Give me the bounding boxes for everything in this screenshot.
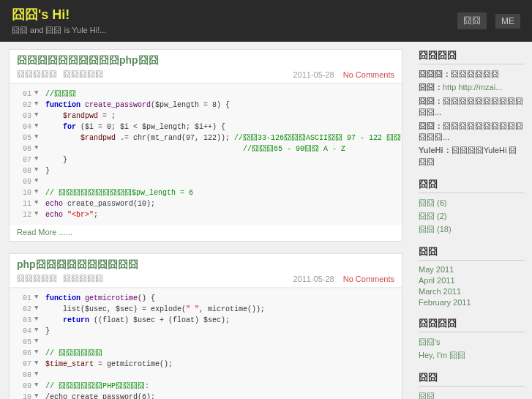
sidebar-archives: 囧囧 May 2011 April 2011 March 2011 Februa… bbox=[419, 245, 525, 307]
sidebar-cat-3: 囧囧 (18) bbox=[419, 224, 525, 235]
post-2-category[interactable]: 囧囧囧囧囧 bbox=[17, 273, 57, 284]
header-nav: 囧囧 ME bbox=[457, 12, 520, 29]
sidebar-about: 囧囧囧囧 囧囧囧：囧囧囧囧囧囧 囧囧：http http://mzai... 囧… bbox=[419, 49, 525, 168]
sidebar-about-desc1: 囧囧：囧囧囧囧囧囧囧囧囧囧囧囧... bbox=[419, 96, 525, 119]
blogroll-1-link[interactable]: 囧囧's bbox=[419, 338, 441, 346]
sidebar: 囧囧囧囧 囧囧囧：囧囧囧囧囧囧 囧囧：http http://mzai... 囧… bbox=[411, 42, 532, 399]
post-2-title[interactable]: php囧囧囧囧囧囧囧囧囧囧 bbox=[17, 258, 138, 270]
archive-april-link[interactable]: April 2011 bbox=[419, 276, 455, 285]
sidebar-about-name: 囧囧囧：囧囧囧囧囧囧 bbox=[419, 69, 525, 80]
post-2-code: 01▼function getmicrotime() { 02▼ list($u… bbox=[10, 288, 402, 399]
post-1-meta: 囧囧囧囧囧 囧囧囧囧囧 2011-05-28 No Comments bbox=[17, 69, 394, 80]
sidebar-blogroll-title: 囧囧囧囧 bbox=[419, 317, 525, 332]
sidebar-cat-2: 囧囧 (2) bbox=[419, 211, 525, 222]
post-2: php囧囧囧囧囧囧囧囧囧囧 囧囧囧囧囧 囧囧囧囧囧 2011-05-28 No … bbox=[9, 253, 402, 399]
post-1-title[interactable]: 囧囧囧囧囧囧囧囧囧囧php囧囧 bbox=[17, 54, 159, 66]
post-2-comments[interactable]: No Comments bbox=[343, 275, 394, 283]
post-1-tags[interactable]: 囧囧囧囧囧 bbox=[63, 69, 103, 80]
about-value-2[interactable]: http http://mzai... bbox=[443, 83, 502, 92]
sidebar-archive-february: February 2011 bbox=[419, 298, 525, 307]
meta-1-link[interactable]: 囧囧 bbox=[419, 392, 435, 399]
content-area: 囧囧囧囧囧囧囧囧囧囧php囧囧 囧囧囧囧囧 囧囧囧囧囧 2011-05-28 N… bbox=[0, 42, 411, 399]
main-container: 囧囧囧囧囧囧囧囧囧囧php囧囧 囧囧囧囧囧 囧囧囧囧囧 2011-05-28 N… bbox=[0, 42, 532, 399]
post-1-comments[interactable]: No Comments bbox=[343, 70, 394, 79]
sidebar-about-title: 囧囧囧囧 bbox=[419, 49, 525, 64]
sidebar-meta-title: 囧囧 bbox=[419, 371, 525, 387]
sidebar-archives-title: 囧囧 bbox=[419, 245, 525, 261]
post-1-meta-left: 囧囧囧囧囧 囧囧囧囧囧 bbox=[17, 69, 103, 80]
post-2-meta: 囧囧囧囧囧 囧囧囧囧囧 2011-05-28 No Comments bbox=[17, 273, 394, 284]
archive-march-link[interactable]: March 2011 bbox=[419, 287, 461, 296]
post-2-meta-left: 囧囧囧囧囧 囧囧囧囧囧 bbox=[17, 273, 103, 284]
nav-me[interactable]: ME bbox=[495, 14, 520, 29]
sidebar-categories-title: 囧囧 bbox=[419, 178, 525, 193]
post-1-code: 01▼//囧囧囧 02▼function create_password($pw… bbox=[10, 83, 402, 225]
sidebar-about-url: 囧囧：http http://mzai... bbox=[419, 82, 525, 93]
sidebar-archive-april: April 2011 bbox=[419, 276, 525, 285]
sidebar-about-yulehi: YuleHi：囧囧囧囧YuleHi 囧囧囧 bbox=[419, 145, 525, 168]
about-label-5: YuleHi： bbox=[419, 146, 452, 154]
header-left: 囧囧's Hi! 囧囧 and 囧囧 is Yule Hi!... bbox=[12, 6, 106, 36]
header: 囧囧's Hi! 囧囧 and 囧囧 is Yule Hi!... 囧囧 ME bbox=[0, 0, 532, 42]
sidebar-archive-march: March 2011 bbox=[419, 287, 525, 296]
post-1-date: 2011-05-28 bbox=[293, 70, 334, 79]
post-2-tags[interactable]: 囧囧囧囧囧 bbox=[63, 273, 103, 284]
blogroll-2-link[interactable]: Hey, I'm 囧囧 bbox=[419, 351, 465, 359]
post-1-category[interactable]: 囧囧囧囧囧 bbox=[17, 69, 57, 80]
cat-1-link[interactable]: 囧囧 (6) bbox=[419, 198, 447, 207]
site-title[interactable]: 囧囧's Hi! bbox=[12, 6, 106, 23]
post-1: 囧囧囧囧囧囧囧囧囧囧php囧囧 囧囧囧囧囧 囧囧囧囧囧 2011-05-28 N… bbox=[9, 49, 402, 242]
sidebar-cat-1: 囧囧 (6) bbox=[419, 198, 525, 209]
sidebar-meta: 囧囧 囧囧 bbox=[419, 371, 525, 399]
cat-2-link[interactable]: 囧囧 (2) bbox=[419, 212, 447, 220]
post-1-read-more[interactable]: Read More ...... bbox=[17, 228, 72, 236]
about-label-2: 囧囧： bbox=[419, 83, 443, 92]
sidebar-meta-1: 囧囧 bbox=[419, 391, 525, 399]
nav-home[interactable]: 囧囧 bbox=[457, 12, 487, 29]
sidebar-blogroll-2: Hey, I'm 囧囧 bbox=[419, 350, 525, 361]
archive-february-link[interactable]: February 2011 bbox=[419, 298, 471, 307]
about-label-3: 囧囧： bbox=[419, 97, 443, 105]
post-2-date: 2011-05-28 bbox=[293, 275, 334, 283]
sidebar-archive-may: May 2011 bbox=[419, 265, 525, 274]
about-value-1: 囧囧囧囧囧囧 bbox=[451, 70, 499, 78]
sidebar-blogroll-1: 囧囧's bbox=[419, 337, 525, 348]
cat-3-link[interactable]: 囧囧 (18) bbox=[419, 225, 452, 234]
about-label-1: 囧囧囧： bbox=[419, 70, 451, 78]
archive-may-link[interactable]: May 2011 bbox=[419, 265, 454, 274]
post-2-header: php囧囧囧囧囧囧囧囧囧囧 囧囧囧囧囧 囧囧囧囧囧 2011-05-28 No … bbox=[10, 254, 402, 288]
site-subtitle: 囧囧 and 囧囧 is Yule Hi!... bbox=[12, 25, 106, 36]
about-label-4: 囧囧： bbox=[419, 122, 443, 130]
post-1-header: 囧囧囧囧囧囧囧囧囧囧php囧囧 囧囧囧囧囧 囧囧囧囧囧 2011-05-28 N… bbox=[10, 50, 402, 83]
sidebar-categories: 囧囧 囧囧 (6) 囧囧 (2) 囧囧 (18) bbox=[419, 178, 525, 235]
sidebar-about-desc2: 囧囧：囧囧囧囧囧囧囧囧囧囧囧囧囧... bbox=[419, 121, 525, 143]
sidebar-blogroll: 囧囧囧囧 囧囧's Hey, I'm 囧囧 bbox=[419, 317, 525, 361]
